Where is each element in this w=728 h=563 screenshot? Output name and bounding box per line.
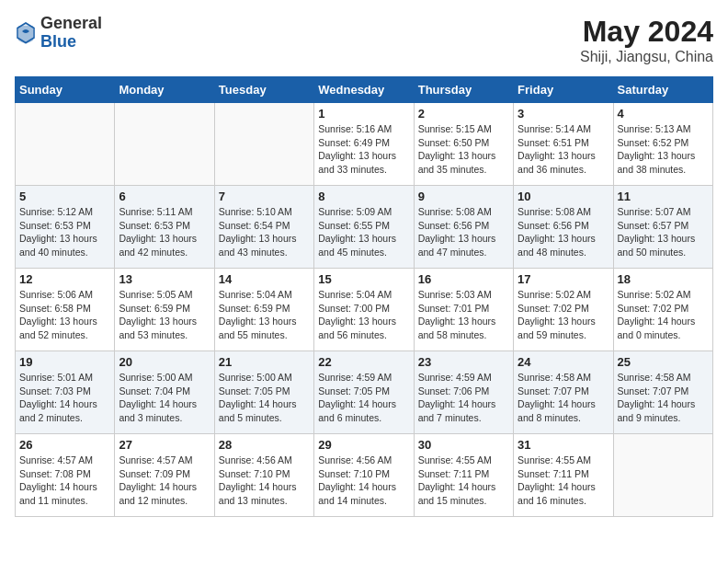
calendar-cell: 5Sunrise: 5:12 AM Sunset: 6:53 PM Daylig… xyxy=(16,186,115,269)
week-row-4: 19Sunrise: 5:01 AM Sunset: 7:03 PM Dayli… xyxy=(16,351,713,434)
calendar-cell xyxy=(16,103,115,186)
day-number: 20 xyxy=(119,355,210,369)
day-info: Sunrise: 5:08 AM Sunset: 6:56 PM Dayligh… xyxy=(518,205,609,259)
calendar-cell: 15Sunrise: 5:04 AM Sunset: 7:00 PM Dayli… xyxy=(314,269,414,351)
calendar-cell: 31Sunrise: 4:55 AM Sunset: 7:11 PM Dayli… xyxy=(514,434,613,517)
calendar-cell: 28Sunrise: 4:56 AM Sunset: 7:10 PM Dayli… xyxy=(214,434,313,517)
day-info: Sunrise: 4:57 AM Sunset: 7:09 PM Dayligh… xyxy=(119,454,210,508)
day-number: 13 xyxy=(119,272,210,286)
day-info: Sunrise: 4:55 AM Sunset: 7:11 PM Dayligh… xyxy=(518,454,609,508)
calendar-cell: 30Sunrise: 4:55 AM Sunset: 7:11 PM Dayli… xyxy=(414,434,513,517)
day-info: Sunrise: 5:04 AM Sunset: 6:59 PM Dayligh… xyxy=(219,288,310,342)
calendar-cell: 9Sunrise: 5:08 AM Sunset: 6:56 PM Daylig… xyxy=(414,186,513,269)
day-number: 4 xyxy=(618,107,709,121)
calendar-cell: 29Sunrise: 4:56 AM Sunset: 7:10 PM Dayli… xyxy=(314,434,414,517)
day-info: Sunrise: 4:56 AM Sunset: 7:10 PM Dayligh… xyxy=(318,454,409,508)
calendar-cell: 16Sunrise: 5:03 AM Sunset: 7:01 PM Dayli… xyxy=(414,269,513,351)
calendar-table: SundayMondayTuesdayWednesdayThursdayFrid… xyxy=(15,76,713,517)
calendar-cell: 2Sunrise: 5:15 AM Sunset: 6:50 PM Daylig… xyxy=(414,103,513,186)
week-row-5: 26Sunrise: 4:57 AM Sunset: 7:08 PM Dayli… xyxy=(16,434,713,517)
calendar-cell xyxy=(115,103,214,186)
calendar-cell: 8Sunrise: 5:09 AM Sunset: 6:55 PM Daylig… xyxy=(314,186,414,269)
day-number: 5 xyxy=(19,190,110,203)
day-info: Sunrise: 5:11 AM Sunset: 6:53 PM Dayligh… xyxy=(119,205,210,259)
day-number: 14 xyxy=(219,272,310,286)
calendar-cell: 3Sunrise: 5:14 AM Sunset: 6:51 PM Daylig… xyxy=(514,103,613,186)
day-info: Sunrise: 5:01 AM Sunset: 7:03 PM Dayligh… xyxy=(19,371,110,425)
logo: General Blue xyxy=(15,15,102,52)
day-number: 31 xyxy=(518,438,609,452)
week-row-2: 5Sunrise: 5:12 AM Sunset: 6:53 PM Daylig… xyxy=(16,186,713,269)
calendar-cell: 14Sunrise: 5:04 AM Sunset: 6:59 PM Dayli… xyxy=(214,269,313,351)
week-row-1: 1Sunrise: 5:16 AM Sunset: 6:49 PM Daylig… xyxy=(16,103,713,186)
day-number: 3 xyxy=(518,107,609,121)
logo-icon xyxy=(15,20,37,46)
calendar-cell: 19Sunrise: 5:01 AM Sunset: 7:03 PM Dayli… xyxy=(16,351,115,434)
weekday-header-tuesday: Tuesday xyxy=(214,77,313,103)
weekday-header-monday: Monday xyxy=(115,77,214,103)
calendar-cell: 23Sunrise: 4:59 AM Sunset: 7:06 PM Dayli… xyxy=(414,351,513,434)
calendar-cell: 10Sunrise: 5:08 AM Sunset: 6:56 PM Dayli… xyxy=(514,186,613,269)
calendar-cell: 24Sunrise: 4:58 AM Sunset: 7:07 PM Dayli… xyxy=(514,351,613,434)
day-info: Sunrise: 5:02 AM Sunset: 7:02 PM Dayligh… xyxy=(618,288,709,342)
calendar-cell: 7Sunrise: 5:10 AM Sunset: 6:54 PM Daylig… xyxy=(214,186,313,269)
calendar-cell: 18Sunrise: 5:02 AM Sunset: 7:02 PM Dayli… xyxy=(613,269,712,351)
calendar-cell: 17Sunrise: 5:02 AM Sunset: 7:02 PM Dayli… xyxy=(514,269,613,351)
day-number: 1 xyxy=(318,107,409,121)
day-info: Sunrise: 4:57 AM Sunset: 7:08 PM Dayligh… xyxy=(19,454,110,508)
weekday-header-thursday: Thursday xyxy=(414,77,513,103)
weekday-header-wednesday: Wednesday xyxy=(314,77,414,103)
calendar-cell xyxy=(214,103,313,186)
day-info: Sunrise: 5:14 AM Sunset: 6:51 PM Dayligh… xyxy=(518,122,609,177)
day-info: Sunrise: 5:00 AM Sunset: 7:04 PM Dayligh… xyxy=(119,371,210,425)
calendar-cell: 22Sunrise: 4:59 AM Sunset: 7:05 PM Dayli… xyxy=(314,351,414,434)
day-number: 9 xyxy=(418,190,509,203)
calendar-cell xyxy=(613,434,712,517)
day-info: Sunrise: 4:59 AM Sunset: 7:05 PM Dayligh… xyxy=(318,371,409,425)
day-info: Sunrise: 4:55 AM Sunset: 7:11 PM Dayligh… xyxy=(418,454,509,508)
weekday-header-sunday: Sunday xyxy=(16,77,115,103)
day-info: Sunrise: 5:02 AM Sunset: 7:02 PM Dayligh… xyxy=(518,288,609,342)
day-info: Sunrise: 5:15 AM Sunset: 6:50 PM Dayligh… xyxy=(418,122,509,177)
weekday-header-saturday: Saturday xyxy=(613,77,712,103)
day-info: Sunrise: 4:59 AM Sunset: 7:06 PM Dayligh… xyxy=(418,371,509,425)
day-number: 18 xyxy=(618,272,709,286)
day-number: 12 xyxy=(19,272,110,286)
calendar-title: May 2024 xyxy=(580,15,713,49)
weekday-header-row: SundayMondayTuesdayWednesdayThursdayFrid… xyxy=(16,77,713,103)
day-number: 17 xyxy=(518,272,609,286)
day-number: 16 xyxy=(418,272,509,286)
day-number: 25 xyxy=(618,355,709,369)
calendar-cell: 4Sunrise: 5:13 AM Sunset: 6:52 PM Daylig… xyxy=(613,103,712,186)
calendar-cell: 26Sunrise: 4:57 AM Sunset: 7:08 PM Dayli… xyxy=(16,434,115,517)
day-number: 23 xyxy=(418,355,509,369)
day-info: Sunrise: 4:56 AM Sunset: 7:10 PM Dayligh… xyxy=(219,454,310,508)
calendar-subtitle: Shiji, Jiangsu, China xyxy=(580,49,713,65)
day-info: Sunrise: 5:09 AM Sunset: 6:55 PM Dayligh… xyxy=(318,205,409,259)
day-number: 27 xyxy=(119,438,210,452)
day-info: Sunrise: 5:16 AM Sunset: 6:49 PM Dayligh… xyxy=(318,122,409,177)
day-info: Sunrise: 5:03 AM Sunset: 7:01 PM Dayligh… xyxy=(418,288,509,342)
day-info: Sunrise: 4:58 AM Sunset: 7:07 PM Dayligh… xyxy=(518,371,609,425)
day-info: Sunrise: 5:04 AM Sunset: 7:00 PM Dayligh… xyxy=(318,288,409,342)
day-number: 15 xyxy=(318,272,409,286)
calendar-cell: 13Sunrise: 5:05 AM Sunset: 6:59 PM Dayli… xyxy=(115,269,214,351)
day-number: 26 xyxy=(19,438,110,452)
calendar-cell: 6Sunrise: 5:11 AM Sunset: 6:53 PM Daylig… xyxy=(115,186,214,269)
calendar-cell: 1Sunrise: 5:16 AM Sunset: 6:49 PM Daylig… xyxy=(314,103,414,186)
day-number: 30 xyxy=(418,438,509,452)
page-header: General Blue May 2024 Shiji, Jiangsu, Ch… xyxy=(15,15,713,65)
day-number: 29 xyxy=(318,438,409,452)
day-number: 2 xyxy=(418,107,509,121)
day-info: Sunrise: 5:00 AM Sunset: 7:05 PM Dayligh… xyxy=(219,371,310,425)
day-number: 6 xyxy=(119,190,210,203)
calendar-cell: 21Sunrise: 5:00 AM Sunset: 7:05 PM Dayli… xyxy=(214,351,313,434)
day-number: 28 xyxy=(219,438,310,452)
day-info: Sunrise: 5:13 AM Sunset: 6:52 PM Dayligh… xyxy=(618,122,709,177)
day-number: 19 xyxy=(19,355,110,369)
logo-text: General Blue xyxy=(40,15,102,52)
calendar-cell: 27Sunrise: 4:57 AM Sunset: 7:09 PM Dayli… xyxy=(115,434,214,517)
calendar-body: 1Sunrise: 5:16 AM Sunset: 6:49 PM Daylig… xyxy=(16,103,713,517)
calendar-cell: 11Sunrise: 5:07 AM Sunset: 6:57 PM Dayli… xyxy=(613,186,712,269)
day-info: Sunrise: 5:05 AM Sunset: 6:59 PM Dayligh… xyxy=(119,288,210,342)
